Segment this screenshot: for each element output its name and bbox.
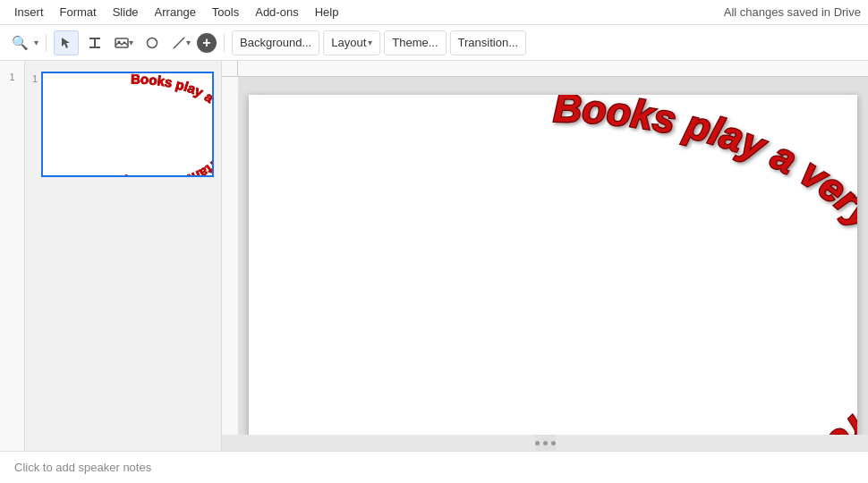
image-arrow: ▾ — [129, 38, 133, 47]
svg-point-6 — [148, 38, 157, 47]
curved-text-element: Books play a very important role in my l… — [553, 95, 857, 435]
menu-slide[interactable]: Slide — [106, 3, 146, 21]
menu-insert[interactable]: Insert — [7, 3, 51, 21]
menu-addons[interactable]: Add-ons — [248, 3, 305, 21]
shape-tool[interactable] — [140, 30, 165, 55]
text-tool[interactable] — [82, 30, 107, 55]
zoom-button[interactable]: 🔍 — [7, 30, 32, 55]
menu-format[interactable]: Format — [53, 3, 104, 21]
slide-canvas[interactable]: Books play a very important role in my l… — [249, 95, 857, 435]
toolbar: 🔍 ▾ ▾ ▾ + Background... Layout ▾ Theme..… — [0, 25, 868, 61]
select-tool[interactable] — [54, 30, 79, 55]
scroll-dot-1 — [535, 441, 540, 445]
ruler-left — [222, 77, 238, 435]
speaker-notes-placeholder: Click to add speaker notes — [14, 461, 151, 474]
scroll-dots — [535, 435, 556, 451]
ruler-row — [222, 61, 868, 77]
line-tool[interactable]: ▾ — [168, 30, 193, 55]
svg-line-7 — [174, 38, 184, 48]
background-button[interactable]: Background... — [232, 30, 319, 55]
line-arrow: ▾ — [186, 38, 191, 47]
slide-sidebar: 1 — [0, 61, 25, 451]
insert-special[interactable]: + — [197, 33, 217, 53]
menu-bar: Insert Format Slide Arrange Tools Add-on… — [0, 0, 868, 25]
ruler-left-svg — [222, 77, 238, 435]
transition-button[interactable]: Transition... — [450, 30, 526, 55]
layout-button[interactable]: Layout ▾ — [323, 30, 380, 55]
wordart-svg: Books play a very important role in my l… — [249, 95, 857, 435]
theme-label: Theme... — [392, 36, 438, 49]
main-area: 1 1 Books play a very important role in … — [0, 61, 868, 451]
svg-rect-2 — [89, 47, 94, 48]
separator-2 — [224, 34, 225, 52]
svg-rect-0 — [89, 38, 100, 39]
theme-button[interactable]: Theme... — [384, 30, 446, 55]
image-tool[interactable]: ▾ — [111, 30, 136, 55]
background-label: Background... — [240, 36, 311, 49]
layout-arrow: ▾ — [368, 38, 372, 47]
save-status: All changes saved in Drive — [724, 5, 861, 19]
ruler-top-svg — [238, 61, 868, 77]
speaker-notes[interactable]: Click to add speaker notes — [0, 451, 868, 483]
canvas-scroll[interactable]: Books play a very important role in my l… — [238, 77, 868, 435]
thumb-preview-svg: Books play a very important role in my l… — [43, 73, 214, 177]
thumb-number: 1 — [32, 72, 38, 84]
zoom-area: 🔍 ▾ — [7, 30, 38, 55]
separator-1 — [46, 34, 47, 52]
menu-arrange[interactable]: Arrange — [148, 3, 203, 21]
menu-help[interactable]: Help — [308, 3, 346, 21]
menu-tools[interactable]: Tools — [205, 3, 246, 21]
scroll-dot-2 — [543, 441, 548, 445]
ruler-top — [238, 61, 868, 77]
canvas-with-ruler: Books play a very important role in my l… — [222, 77, 868, 435]
svg-rect-1 — [94, 39, 96, 48]
transition-label: Transition... — [458, 36, 518, 49]
slide-number-label: 1 — [9, 72, 14, 82]
zoom-arrow: ▾ — [34, 38, 38, 47]
layout-label: Layout — [331, 36, 366, 49]
scroll-dot-3 — [551, 441, 556, 445]
svg-rect-9 — [238, 61, 868, 77]
svg-rect-3 — [96, 47, 100, 48]
svg-rect-10 — [222, 77, 238, 435]
slide-thumb-panel: 1 Books play a very important role in my… — [25, 61, 222, 451]
ruler-corner — [222, 61, 238, 77]
svg-text:Books play a very important ro: Books play a very important role in my l… — [93, 73, 214, 177]
slide-thumbnail[interactable]: Books play a very important role in my l… — [41, 72, 214, 177]
canvas-area: Books play a very important role in my l… — [222, 61, 868, 451]
